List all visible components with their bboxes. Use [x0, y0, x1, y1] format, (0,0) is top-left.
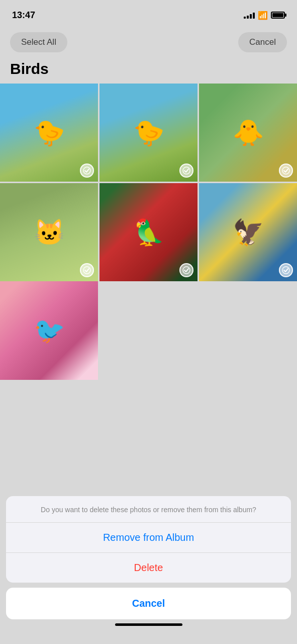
check-circle-5 — [179, 263, 193, 277]
remove-from-album-button[interactable]: Remove from Album — [6, 523, 291, 552]
photo-row-last: 🐦 — [0, 281, 297, 380]
delete-button[interactable]: Delete — [6, 553, 291, 583]
status-time: 13:47 — [12, 10, 35, 21]
action-sheet-message: Do you want to delete these photos or re… — [6, 496, 291, 523]
home-indicator — [115, 623, 182, 626]
photo-grid: 🐤 🐤 🐥 🐱 — [0, 84, 297, 281]
photo-cell-2[interactable]: 🐤 — [100, 84, 197, 182]
battery-icon — [271, 12, 285, 19]
photo-cell-6[interactable]: 🦅 — [199, 183, 297, 281]
cancel-button-sheet: Cancel — [6, 588, 291, 619]
check-circle-3 — [279, 164, 293, 178]
cancel-action-button[interactable]: Cancel — [6, 588, 291, 619]
status-bar: 13:47 📶 — [0, 0, 297, 27]
photo-cell-4[interactable]: 🐱 — [0, 183, 98, 281]
signal-icon — [244, 12, 255, 19]
check-circle-2 — [179, 164, 193, 178]
photo-cell-1[interactable]: 🐤 — [0, 84, 98, 182]
check-circle-6 — [279, 263, 293, 277]
select-all-button[interactable]: Select All — [10, 32, 67, 52]
check-circle-1 — [80, 164, 94, 178]
action-sheet-container: Do you want to delete these photos or re… — [0, 496, 297, 644]
wifi-icon: 📶 — [258, 11, 268, 20]
photo-cell-5[interactable]: 🦜 — [100, 183, 197, 281]
status-icons: 📶 — [244, 11, 285, 20]
photo-cell-7[interactable]: 🐦 — [0, 281, 98, 380]
album-title: Birds — [0, 60, 297, 84]
top-buttons: Select All Cancel — [0, 27, 297, 60]
cancel-top-button[interactable]: Cancel — [238, 32, 287, 52]
action-sheet: Do you want to delete these photos or re… — [6, 496, 291, 583]
photo-cell-3[interactable]: 🐥 — [199, 84, 297, 182]
photo-image-7: 🐦 — [0, 281, 98, 380]
check-circle-4 — [80, 263, 94, 277]
